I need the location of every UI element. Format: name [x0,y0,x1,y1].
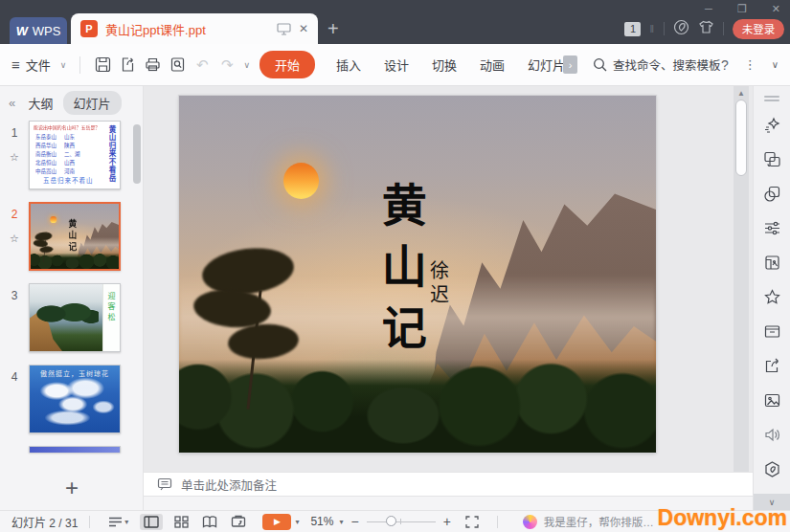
resource-box-icon[interactable] [758,318,785,344]
play-slideshow-button[interactable]: ▶ [262,514,291,530]
slide-title-text[interactable]: 黄山记 [368,182,434,366]
redo-button[interactable]: ↷ [214,54,239,77]
divider [664,22,665,35]
new-tab-button[interactable]: + [327,19,339,38]
template-library-icon[interactable] [758,249,785,276]
drag-handle-icon[interactable] [764,94,779,103]
tab-design[interactable]: 设计 [372,55,420,74]
shapes-pane-icon[interactable] [758,180,785,207]
zoom-in-button[interactable]: + [443,514,451,529]
skin-shirt-icon[interactable] [698,20,714,38]
hamburger-icon: ≡ [11,56,20,73]
slide-number: 2 [11,208,18,221]
zoom-out-button[interactable]: − [350,514,358,529]
scrollbar-thumb[interactable] [735,100,747,176]
play-options-chevron-icon[interactable]: ▾ [295,518,299,526]
tab-animation[interactable]: 动画 [468,55,516,74]
close-button[interactable]: ✕ [772,3,780,15]
watermark-text: Downyi.com [658,505,787,531]
slide-thumbnail-3[interactable]: 3 迎客松 [0,283,144,352]
maximize-button[interactable]: ❒ [737,3,747,15]
monitor-icon[interactable] [277,23,291,35]
favorites-star-icon[interactable] [758,283,785,310]
slide-thumbnail-4[interactable]: 4 傲然挺立，玉树琼花 [0,365,144,433]
assistant-avatar-icon[interactable] [523,515,537,529]
tab-close-icon[interactable]: ✕ [299,22,308,35]
slide-thumbnail-5[interactable] [0,446,144,453]
slide-4-preview[interactable]: 傲然挺立，玉树琼花 [29,365,121,433]
transition-pane-icon[interactable] [758,145,785,172]
assistant-message[interactable]: 我是墨仔，帮你排版… [544,514,654,529]
image-pane-icon[interactable] [758,387,785,413]
projector-view-button[interactable] [231,515,246,528]
slide-2-preview[interactable]: 黄山记 [29,202,121,271]
notes-placeholder: 单击此处添加备注 [181,476,277,494]
panel-scrollbar[interactable] [133,124,141,184]
notes-toggle-button[interactable]: ▾ [108,517,128,527]
print-preview-button[interactable] [165,54,190,77]
zoom-slider[interactable] [367,515,436,528]
slideshow-chevron-icon[interactable]: › [563,55,577,74]
minimize-button[interactable]: ─ [705,3,712,14]
slide-author-text[interactable]: 徐迟 [424,260,452,308]
zoom-chevron-icon[interactable]: ▾ [339,518,343,526]
slide-thumbnail-1[interactable]: 1 ☆ 能说出中国的名山吗？五岳是？ 东岳泰山山东 西岳华山陕西 南岳衡山二、湖… [0,121,144,189]
share-icon[interactable] [758,352,785,379]
collapse-panel-button[interactable]: « [9,96,15,110]
ribbon-toolbar: ≡ 文件 ∨ ↶ ↷ ∨ 开始 插入 设计 切换 动画 幻灯片 › 查找命令、搜… [0,44,790,86]
zoom-level[interactable]: 51% [310,515,333,528]
tab-start[interactable]: 开始 [260,51,315,78]
slider-handle[interactable] [386,516,396,526]
slide-3-vertical-text: 迎客松 [105,292,116,323]
skill-hexagon-icon[interactable] [758,455,785,482]
more-options-icon[interactable]: ⋮ [744,57,756,72]
wps-home-tab[interactable]: W WPS [10,17,67,44]
reading-view-button[interactable] [202,516,217,528]
slide-5-preview[interactable] [29,446,121,453]
scroll-up-icon[interactable]: ▲ [734,89,749,98]
panel-header: « 大纲 幻灯片 [0,86,143,119]
tab-insert[interactable]: 插入 [325,55,372,74]
wps-label: WPS [33,24,61,38]
object-properties-icon[interactable] [758,214,785,241]
pine-tree [193,238,308,410]
help-button[interactable]: ? [721,57,729,73]
editor-scrollbar[interactable]: ▲ [734,86,749,472]
command-search[interactable]: 查找命令、搜索模板 [593,55,721,74]
tab-transition[interactable]: 切换 [420,55,468,74]
pages-count-badge[interactable]: 1 [624,22,641,36]
search-placeholder: 查找命令、搜索模板 [613,55,721,74]
chevron-down-icon: ∨ [60,60,67,70]
notes-bar[interactable]: 单击此处添加备注 [144,472,753,497]
add-slide-button[interactable]: + [0,477,144,499]
animation-star-icon: ☆ [10,151,19,164]
smart-beautify-icon[interactable] [758,111,785,138]
quick-toolbar-chevron-icon[interactable]: ∨ [243,60,250,70]
login-button[interactable]: 未登录 [733,19,784,39]
print-button[interactable] [140,54,165,77]
normal-view-button[interactable] [140,514,163,530]
collapse-ribbon-icon[interactable]: ∨ [772,59,779,70]
slider-center-tick [400,519,401,524]
tab-outline[interactable]: 大纲 [29,94,54,112]
slide-1-preview[interactable]: 能说出中国的名山吗？五岳是？ 东岳泰山山东 西岳华山陕西 南岳衡山二、湖 北岳恒… [29,121,121,189]
save-button[interactable] [90,54,115,77]
tab-slideshow[interactable]: 幻灯片 [516,55,569,74]
document-title: 黄山记ppt课件.ppt [105,20,269,38]
tab-slides[interactable]: 幻灯片 [63,91,122,115]
export-button[interactable] [115,54,140,77]
slide-sorter-view-button[interactable] [174,516,189,528]
file-menu[interactable]: ≡ 文件 ∨ [11,55,70,74]
chevron-down-icon: ▾ [124,518,128,526]
wps-presentation-window: ─ ❒ ✕ W WPS P 黄山记ppt课件.ppt ✕ + 1 ‖ [0,0,790,532]
slide-3-preview[interactable]: 迎客松 [29,283,121,352]
fit-to-window-button[interactable] [465,516,479,528]
huangshan-slide: 黄山记 徐迟 [179,96,656,453]
undo-button[interactable]: ↶ [190,54,214,77]
slide-thumbnail-2[interactable]: 2 ☆ 黄山记 [0,202,144,271]
divider [723,22,724,35]
audio-speaker-icon[interactable] [758,421,785,448]
slide-canvas[interactable]: 黄山记 徐迟 [179,96,656,453]
document-tab[interactable]: P 黄山记ppt课件.ppt ✕ [71,13,318,44]
member-leaf-icon[interactable] [673,19,689,39]
